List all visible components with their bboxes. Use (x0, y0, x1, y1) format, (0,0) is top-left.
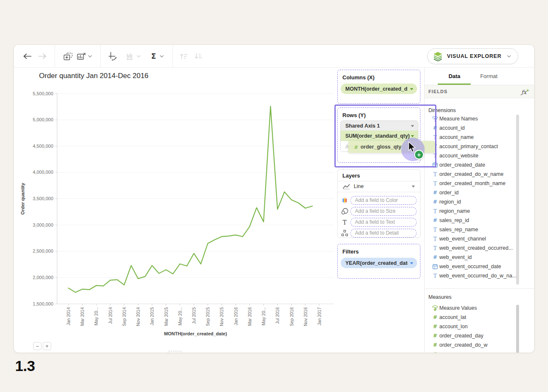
line-chart[interactable]: 5,500,0005,000,0004,500,0004,000,0003,50… (14, 68, 338, 353)
text-field-icon: T (431, 171, 438, 177)
sort-descending-button[interactable] (193, 50, 204, 62)
field-label: account_website (439, 153, 478, 159)
divider (425, 288, 535, 289)
add-calculated-field-button[interactable]: ƒx+ (521, 88, 529, 95)
layer-slot-detail: Add a field to Detail (338, 227, 420, 238)
filters-field-pill[interactable]: YEAR(order_created_date) (341, 258, 417, 268)
svg-text:#: # (433, 342, 437, 348)
svg-text:#: # (433, 307, 437, 311)
add-field-to-detail[interactable]: Add a field to Detail (350, 229, 417, 238)
add-field-to-size[interactable]: Add a field to Size (350, 207, 417, 216)
field-label: sales_rep_id (439, 217, 469, 223)
layers-panel: Layers Line Add a field to ColorAdd a fi… (337, 169, 420, 238)
x-tick-label: Jul 2016 (275, 307, 280, 324)
chart-type-caret[interactable] (136, 54, 141, 58)
toolbar-separator (55, 45, 55, 68)
chevron-down-icon (410, 88, 413, 90)
chevron-down-icon (160, 55, 164, 57)
svg-text:T: T (433, 180, 437, 186)
layers-panel-title: Layers (342, 172, 360, 179)
svg-text:T: T (433, 236, 437, 242)
field-label: sales_rep_name (439, 227, 478, 233)
tab-data[interactable]: Data (437, 68, 472, 84)
text-field-icon: T (431, 236, 438, 242)
x-tick-label: May 20... (177, 307, 183, 325)
layer-slot-size: Add a field to Size (338, 206, 420, 217)
y-tick-label: 4,000,000 (33, 170, 53, 175)
text-field-icon: T (431, 245, 438, 251)
mark-type-select[interactable]: Line (338, 181, 420, 192)
tab-format[interactable]: Format (472, 68, 506, 84)
aggregate-caret[interactable] (159, 54, 164, 58)
fields-sidebar: Data Format FIELDS ƒx+ Dimensions TMeasu… (424, 68, 535, 353)
set-number-field-icon: # (431, 305, 438, 311)
app-switcher-label: VISUAL EXPLORER (447, 53, 501, 59)
fields-header: FIELDS ƒx+ (425, 85, 535, 98)
add-field-to-color[interactable]: Add a field to Color (350, 196, 417, 205)
back-button[interactable] (21, 50, 33, 62)
detail-icon (341, 230, 348, 237)
app-window: Σ VISUAL EXPLORER (13, 44, 535, 353)
number-field-icon: # (431, 351, 438, 353)
field-label: web_event_id (439, 254, 472, 260)
chevron-down-icon (88, 55, 92, 57)
field-label: account_lat (439, 314, 466, 320)
svg-text:#: # (433, 254, 437, 260)
shared-axis-pill[interactable]: Shared Axis 1 (341, 121, 418, 131)
toolbar-separator (100, 45, 101, 68)
duplicate-visual-icon (63, 52, 73, 60)
x-tick-label: Sep 2015 (205, 307, 210, 326)
add-field-to-text[interactable]: Add a field to Text (350, 218, 417, 227)
svg-text:#: # (433, 324, 437, 329)
columns-shelf-title: Columns (X) (342, 74, 375, 81)
delete-visual-icon (77, 52, 86, 60)
chevron-down-icon (507, 55, 511, 57)
duplicate-visual-button[interactable] (62, 50, 74, 62)
sort-descending-icon (194, 52, 203, 60)
number-field-icon: # (431, 324, 438, 329)
rows-field-pill[interactable]: SUM(order_standard_qty) (341, 131, 418, 141)
forward-button[interactable] (37, 50, 48, 62)
forward-arrow-icon (38, 53, 47, 60)
chart-type-button[interactable] (125, 50, 136, 62)
svg-text:T: T (433, 134, 437, 140)
sigma-icon: Σ (151, 52, 156, 60)
field-label: Measure Values (439, 305, 477, 311)
zoom-in-button[interactable]: + (43, 342, 51, 350)
app-switcher-button[interactable]: VISUAL EXPLORER (427, 48, 518, 64)
columns-field-pill[interactable]: MONTH(order_created_d... (341, 84, 417, 94)
toolbar: Σ VISUAL EXPLORER (14, 45, 534, 68)
columns-shelf: Columns (X) MONTH(order_created_d... (337, 70, 420, 104)
x-tick-label: May 20... (94, 307, 99, 325)
field-label: order_created_do_w (439, 342, 488, 348)
number-field-icon: # (431, 199, 438, 205)
aggregate-button[interactable]: Σ (148, 50, 159, 62)
measures-scrollbar[interactable] (516, 305, 519, 353)
y-tick-label: 4,500,000 (33, 144, 53, 149)
layer-slot-text: TAdd a field to Text (338, 217, 420, 227)
swap-axes-button[interactable] (107, 50, 119, 62)
text-field-icon: T (431, 227, 438, 233)
svg-text:T: T (433, 208, 437, 214)
chevron-down-icon (137, 55, 141, 57)
svg-text:T: T (343, 219, 347, 225)
svg-text:#: # (433, 217, 437, 223)
number-field-icon: # (431, 125, 438, 131)
y-tick-label: 3,000,000 (33, 222, 53, 227)
x-axis-title: MONTH(order_created_date) (164, 331, 227, 336)
line-mark-icon (343, 184, 350, 189)
sort-ascending-button[interactable] (178, 50, 190, 62)
add-field-badge: + (414, 150, 424, 159)
delete-visual-button[interactable] (76, 50, 87, 62)
svg-text:T: T (433, 245, 437, 251)
svg-text:#: # (433, 333, 437, 339)
back-arrow-icon (23, 53, 32, 60)
text-field-icon: T (431, 180, 438, 186)
delete-visual-caret[interactable] (88, 54, 92, 58)
footer-drop-hint[interactable] (168, 351, 182, 353)
zoom-out-button[interactable]: − (33, 342, 42, 350)
version-label: 1.3 (15, 358, 35, 374)
field-label: order_created_do_w_name (439, 171, 504, 177)
x-tick-label: Sep 2014 (122, 307, 127, 326)
dimensions-scrollbar[interactable] (516, 115, 519, 285)
